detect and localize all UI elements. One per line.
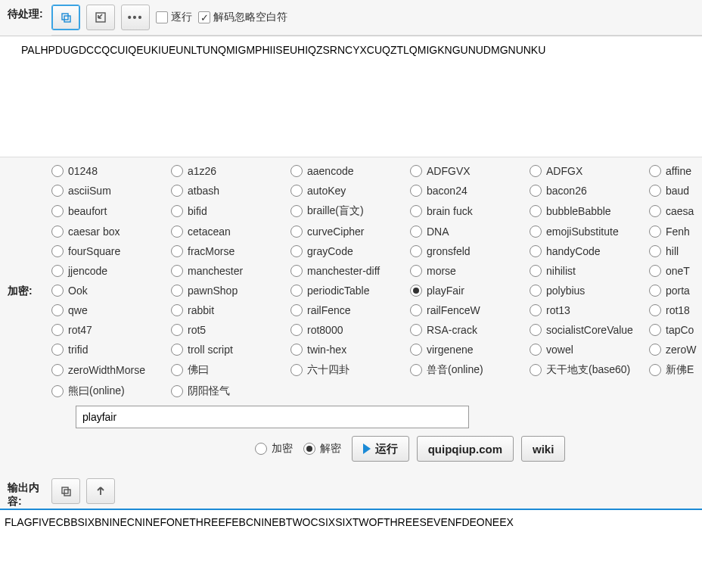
cipher-radio-label: 熊曰(online) [68, 384, 125, 398]
cipher-radio-label: curveCipher [307, 226, 364, 238]
cipher-radio-label: 新佛E [666, 363, 694, 377]
cipher-radio[interactable]: ADFGX [530, 163, 649, 179]
cipher-radio[interactable]: zeroW [649, 342, 702, 357]
cipher-radio[interactable]: braille(盲文) [290, 203, 410, 219]
cipher-radio[interactable]: 佛曰 [171, 362, 290, 378]
cipher-radio[interactable]: rot8000 [290, 322, 410, 338]
cipher-radio[interactable]: fracMorse [171, 244, 290, 259]
cipher-radio[interactable]: virgenene [410, 342, 530, 357]
cipher-radio[interactable]: bacon24 [410, 183, 530, 198]
copy-icon-button[interactable] [51, 5, 80, 30]
cipher-radio[interactable]: 新佛E [649, 362, 702, 378]
cipher-radio[interactable]: rot47 [51, 322, 171, 338]
cipher-radio[interactable]: aaencode [290, 163, 410, 179]
cipher-radio[interactable]: hill [649, 244, 702, 259]
cipher-radio[interactable]: nihilist [530, 263, 649, 278]
cipher-radio[interactable]: jjencode [51, 263, 171, 278]
radio-dot-icon [171, 165, 183, 177]
cipher-radio[interactable]: oneT [649, 263, 702, 278]
radio-dot-icon [171, 344, 183, 356]
cipher-radio[interactable]: socialistCoreValue [530, 322, 649, 338]
cipher-radio-label: polybius [546, 285, 585, 297]
cipher-radio[interactable]: DNA [410, 224, 530, 239]
cipher-radio[interactable]: bubbleBabble [530, 203, 649, 219]
radio-dot-icon [51, 245, 64, 257]
mode-encrypt-radio[interactable]: 加密 [255, 440, 293, 457]
line-by-line-checkbox[interactable]: 逐行 [156, 11, 192, 24]
ignore-whitespace-checkbox[interactable]: 解码忽略空白符 [198, 11, 287, 24]
cipher-radio[interactable]: 天干地支(base60) [530, 362, 649, 378]
cipher-radio[interactable]: vowel [530, 342, 649, 357]
radio-dot-icon [171, 245, 183, 257]
cipher-radio[interactable]: rot18 [649, 303, 702, 318]
radio-dot-icon [171, 304, 183, 316]
cipher-radio-label: rot5 [188, 324, 206, 336]
cipher-radio[interactable]: periodicTable [290, 283, 410, 298]
mode-decrypt-radio[interactable]: 解密 [303, 440, 341, 457]
cipher-radio[interactable]: atbash [171, 183, 290, 198]
cipher-radio[interactable]: caesar box [51, 224, 171, 239]
cipher-radio[interactable]: cetacean [171, 224, 290, 239]
run-button[interactable]: 运行 [352, 436, 409, 462]
cipher-radio-label: 佛曰 [188, 363, 209, 377]
cipher-radio[interactable]: curveCipher [290, 224, 410, 239]
cipher-radio[interactable]: playFair [410, 283, 530, 298]
cipher-radio[interactable]: morse [410, 263, 530, 278]
cipher-radio[interactable]: fourSquare [51, 244, 171, 259]
cipher-radio[interactable]: autoKey [290, 183, 410, 198]
cipher-radio[interactable]: bifid [171, 203, 290, 219]
radio-dot-icon [649, 285, 661, 297]
cipher-radio[interactable]: porta [649, 283, 702, 298]
radio-dot-icon [649, 185, 661, 197]
wiki-button[interactable]: wiki [521, 436, 565, 462]
cipher-radio[interactable]: polybius [530, 283, 649, 298]
cipher-radio[interactable]: troll script [171, 342, 290, 357]
cipher-radio[interactable]: tapCo [649, 322, 702, 338]
copy-output-button[interactable] [51, 478, 80, 504]
quipqiup-button[interactable]: quipqiup.com [417, 436, 514, 462]
cipher-radio[interactable]: twin-hex [290, 342, 410, 357]
cipher-radio[interactable]: 六十四卦 [290, 362, 410, 378]
key-input[interactable] [76, 406, 469, 428]
cipher-radio[interactable]: rabbit [171, 303, 290, 318]
cipher-radio[interactable]: grayCode [290, 244, 410, 259]
cipher-radio[interactable]: 01248 [51, 163, 171, 179]
import-icon-button[interactable] [86, 5, 115, 30]
cipher-radio[interactable]: brain fuck [410, 203, 530, 219]
cipher-radio[interactable]: beaufort [51, 203, 171, 219]
cipher-radio[interactable]: qwe [51, 303, 171, 318]
cipher-radio[interactable]: manchester-diff [290, 263, 410, 278]
input-textarea[interactable]: PALHPDUGDCCQCUIQEUKIUEUNLTUNQMIGMPHIISEU… [0, 36, 702, 157]
cipher-radio[interactable]: Fenh [649, 224, 702, 239]
cipher-radio[interactable]: handyCode [530, 244, 649, 259]
output-textarea[interactable]: FLAGFIVECBBSIXBNINECNINEFONETHREEFEBCNIN… [0, 509, 702, 543]
cipher-radio[interactable]: manchester [171, 263, 290, 278]
send-up-button[interactable] [86, 478, 115, 504]
play-icon [363, 443, 371, 454]
cipher-radio[interactable]: baud [649, 183, 702, 198]
cipher-radio[interactable]: rot5 [171, 322, 290, 338]
cipher-radio[interactable]: 兽音(online) [410, 362, 530, 378]
cipher-radio[interactable]: emojiSubstitute [530, 224, 649, 239]
cipher-radio[interactable]: railFenceW [410, 303, 530, 318]
cipher-radio[interactable]: zeroWidthMorse [51, 362, 171, 378]
cipher-radio[interactable]: pawnShop [171, 283, 290, 298]
cipher-radio[interactable]: rot13 [530, 303, 649, 318]
cipher-radio[interactable]: a1z26 [171, 163, 290, 179]
radio-dot-icon [171, 324, 183, 336]
cipher-radio[interactable]: asciiSum [51, 183, 171, 198]
cipher-radio[interactable]: bacon26 [530, 183, 649, 198]
cipher-radio[interactable]: railFence [290, 303, 410, 318]
cipher-radio[interactable]: affine [649, 163, 702, 179]
cipher-radio[interactable]: gronsfeld [410, 244, 530, 259]
cipher-radio-label: caesa [666, 205, 694, 217]
cipher-radio[interactable]: trifid [51, 342, 171, 357]
cipher-radio[interactable]: 阴阳怪气 [171, 383, 290, 400]
more-icon-button[interactable]: ••• [121, 5, 150, 30]
cipher-radio[interactable]: 熊曰(online) [51, 383, 171, 400]
cipher-radio[interactable]: RSA-crack [410, 322, 530, 338]
cipher-radio-label: grayCode [307, 245, 353, 257]
cipher-radio[interactable]: Ook [51, 283, 171, 298]
cipher-radio[interactable]: caesa [649, 203, 702, 219]
cipher-radio[interactable]: ADFGVX [410, 163, 530, 179]
